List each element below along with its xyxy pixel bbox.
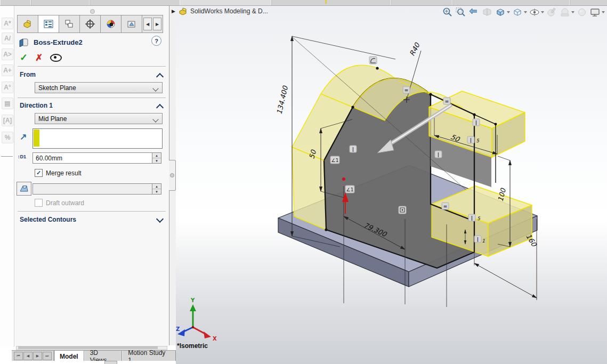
- edit-annotation-icon[interactable]: A/: [2, 33, 13, 44]
- dropdown-caret-icon[interactable]: [571, 11, 574, 13]
- apply-scene-icon[interactable]: [559, 6, 571, 18]
- splitter-handle[interactable]: [169, 160, 176, 191]
- smart-dimension-icon[interactable]: [A]: [2, 115, 13, 126]
- pierce-relation-badge[interactable]: [399, 206, 406, 214]
- separator: [18, 98, 166, 98]
- first-tab-button[interactable]: ⏮: [14, 352, 23, 360]
- section-view-icon[interactable]: [481, 6, 493, 18]
- help-button[interactable]: ?: [151, 36, 161, 46]
- dropdown-caret-icon[interactable]: [541, 11, 544, 13]
- zoom-area-icon[interactable]: [455, 6, 466, 18]
- graphics-viewport[interactable]: 134.400 R40 50 50 100 79.300 160 5 5 1: [176, 6, 607, 364]
- hide-show-items-icon[interactable]: [529, 6, 540, 18]
- tab-scroll-right[interactable]: ▶: [153, 18, 161, 30]
- flyout-arrow-icon[interactable]: ▶: [172, 9, 175, 14]
- expand-chevron-icon[interactable]: [156, 215, 164, 223]
- tab-configurations[interactable]: [59, 15, 80, 33]
- datum-icon[interactable]: A°: [2, 82, 13, 93]
- direction-selection-box[interactable]: [33, 128, 163, 149]
- strip-segment: [89, 0, 181, 5]
- tab-feature-tree[interactable]: [17, 15, 38, 33]
- view-orientation-icon[interactable]: [495, 6, 506, 18]
- zoom-fit-icon[interactable]: [441, 6, 453, 18]
- study-tab-bar: ⏮ ◀ ▶ ⏭ Model 3D Views Motion Study 1: [12, 350, 176, 361]
- dim-step1[interactable]: 1: [482, 238, 485, 244]
- depth-value: 60.00mm: [36, 155, 62, 162]
- vertical-relation-badge[interactable]: |: [350, 145, 357, 152]
- draft-button[interactable]: [17, 182, 31, 196]
- chain-icon[interactable]: %: [2, 132, 13, 143]
- collapse-chevron-icon[interactable]: [156, 73, 164, 80]
- reverse-direction-button[interactable]: ↗: [20, 132, 27, 142]
- vertical-relation-badge[interactable]: |: [468, 214, 475, 221]
- angle-relation-badge[interactable]: ∠1: [345, 185, 354, 193]
- from-condition-dropdown[interactable]: Sketch Plane: [35, 82, 163, 93]
- cancel-button[interactable]: ✗: [35, 52, 43, 63]
- ok-button[interactable]: ✓: [20, 52, 28, 63]
- display-manager-icon: [106, 19, 116, 29]
- heads-up-toolbar: [441, 6, 605, 18]
- vertical-relation-badge[interactable]: |: [435, 151, 442, 158]
- dropdown-caret-icon[interactable]: [507, 11, 510, 13]
- collapse-chevron-icon[interactable]: [156, 104, 164, 111]
- tab-dimxpert[interactable]: [80, 15, 101, 33]
- svg-text:|: |: [438, 152, 439, 157]
- end-condition-dropdown[interactable]: Mid Plane: [35, 113, 163, 124]
- view-settings-icon[interactable]: [576, 6, 588, 18]
- tab-3d-views[interactable]: 3D Views: [84, 351, 123, 361]
- merge-result-checkbox[interactable]: ✓: [35, 169, 43, 177]
- viewport-canvas[interactable]: 134.400 R40 50 50 100 79.300 160 5 5 1: [176, 6, 607, 364]
- annotation-toolbar: A* A/ A> A+ A° ▤ [A] %: [0, 6, 14, 347]
- prev-tab-button[interactable]: ◀: [23, 352, 33, 360]
- strip-marker: [325, 0, 327, 4]
- strip-segment: [0, 0, 31, 5]
- equal-relation-badge[interactable]: =: [403, 86, 410, 93]
- tab-display-manager[interactable]: [101, 15, 122, 33]
- next-tab-button[interactable]: ▶: [33, 352, 42, 360]
- from-group-header[interactable]: From: [20, 71, 165, 79]
- panel-splitter[interactable]: [169, 6, 176, 345]
- equal-relation-badge[interactable]: =: [443, 98, 450, 104]
- note-icon[interactable]: A*: [2, 18, 13, 29]
- add-annotation-icon[interactable]: A+: [2, 64, 13, 76]
- merge-result-row[interactable]: ✓ Merge result: [35, 169, 82, 177]
- tab-model[interactable]: Model: [54, 351, 84, 361]
- panel-resize-handle[interactable]: [90, 9, 95, 14]
- selected-contours-header[interactable]: Selected Contours: [20, 216, 165, 224]
- tab-property-manager[interactable]: [38, 15, 59, 33]
- feature-name: Boss-Extrude2: [34, 38, 83, 46]
- vertical-relation-badge[interactable]: |: [467, 136, 474, 143]
- camera-monitor-icon[interactable]: [589, 6, 601, 18]
- last-tab-button[interactable]: ⏭: [43, 352, 52, 360]
- edit-appearance-icon[interactable]: [546, 6, 557, 18]
- previous-view-icon[interactable]: [468, 6, 480, 18]
- tab-scroll-left[interactable]: ◀: [143, 18, 152, 30]
- vertical-relation-badge[interactable]: |: [474, 236, 481, 242]
- strip-segment: [391, 0, 453, 5]
- draft-outward-row: Draft outward: [35, 199, 84, 207]
- tab-motion-study[interactable]: Motion Study 1: [122, 351, 176, 361]
- from-header-label: From: [20, 71, 36, 78]
- dropdown-caret-icon[interactable]: [524, 11, 527, 13]
- dropdown-caret-icon[interactable]: [602, 11, 605, 13]
- property-list-icon: [43, 19, 54, 29]
- depth-spinner[interactable]: 60.00mm ▲▼: [33, 152, 161, 164]
- tab-graphics[interactable]: [122, 15, 142, 33]
- display-style-icon[interactable]: [512, 6, 523, 18]
- preview-eye-button[interactable]: [50, 54, 62, 62]
- leader-icon[interactable]: A>: [2, 48, 13, 60]
- clipboard-icon[interactable]: ▤: [2, 98, 13, 109]
- svg-text:|: |: [471, 215, 473, 221]
- spinner-buttons[interactable]: ▲▼: [152, 153, 161, 163]
- dropdown-chevron-icon: [152, 116, 158, 122]
- extrude-feature-icon: [19, 37, 29, 47]
- splitter-dot-icon: [170, 173, 174, 177]
- tangent-relation-badge[interactable]: [369, 56, 377, 64]
- document-breadcrumb: ▶ SolidWorks Modeling & D...: [172, 7, 268, 15]
- angle-relation-badge[interactable]: ∠1: [330, 156, 339, 164]
- triad-y-label: Y: [190, 297, 195, 303]
- vertical-relation-badge[interactable]: |: [473, 119, 480, 126]
- equal-relation-badge[interactable]: =: [442, 203, 449, 209]
- direction1-group-header[interactable]: Direction 1: [20, 102, 165, 110]
- strip-segment: [452, 0, 570, 5]
